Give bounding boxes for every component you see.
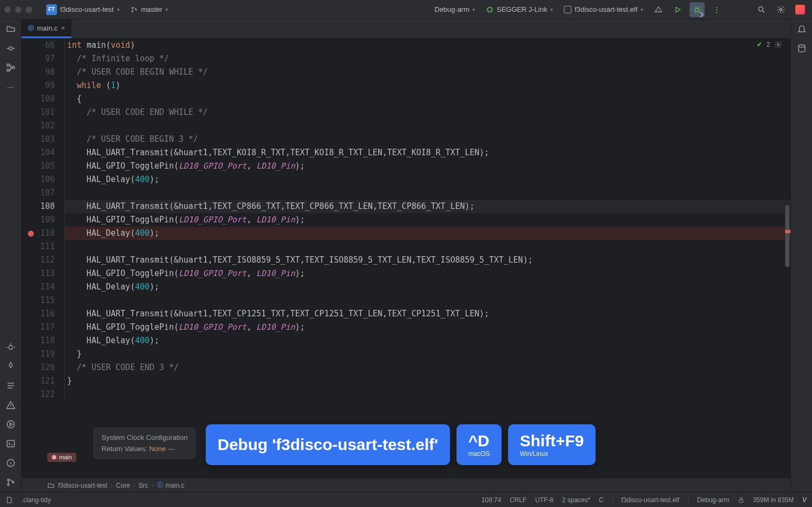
breakpoint-stripe-marker[interactable] [785, 230, 791, 233]
chevron-down-icon: ▾ [165, 7, 168, 12]
tab-main-c[interactable]: ⓒ main.c × [21, 19, 71, 38]
crumb-2[interactable]: Src [139, 482, 148, 489]
win-shortcut-box: Shift+F9 Win/Linux [508, 424, 596, 465]
svg-point-15 [8, 479, 9, 481]
crumb-1[interactable]: Core [116, 482, 130, 489]
commit-tool-icon[interactable] [5, 43, 16, 54]
svg-rect-3 [488, 8, 492, 11]
svg-point-7 [9, 47, 12, 50]
action-name: Debug 'f3disco-usart-test.elf' [218, 436, 438, 454]
svg-point-5 [759, 6, 763, 11]
status-lang[interactable]: C [599, 496, 604, 504]
problems-tool-icon[interactable] [5, 400, 16, 410]
svg-rect-9 [7, 69, 9, 71]
notifications-icon[interactable] [796, 24, 807, 34]
chevron-down-icon: ▾ [550, 7, 553, 12]
right-tool-strip [791, 19, 812, 492]
mac-label: macOS [468, 450, 490, 458]
run-tool-icon[interactable] [5, 419, 16, 430]
gutter-line-numbers[interactable]: 6697989910010110210310410510610710810911… [21, 39, 64, 401]
product-icon[interactable] [793, 2, 808, 17]
win-label: Win/Linux [520, 450, 584, 458]
status-context[interactable]: f3disco-usart-test.elf [621, 496, 679, 504]
status-clang[interactable]: .clang-tidy [21, 496, 51, 504]
chevron-down-icon: ▾ [473, 7, 475, 12]
doc-returns-label: Return Values: [102, 445, 147, 453]
chip-icon [486, 6, 494, 13]
run-target-name: f3disco-usart-test.elf [575, 5, 637, 13]
editor-tabs: ⓒ main.c × [21, 19, 791, 39]
branch-icon [130, 6, 138, 13]
project-tool-icon[interactable] [5, 24, 16, 34]
run-target-selector[interactable]: f3disco-usart-test.elf ▾ [561, 4, 647, 15]
zoom-window[interactable] [26, 6, 32, 13]
svg-point-6 [780, 9, 782, 11]
svg-point-4 [695, 8, 699, 12]
status-memory[interactable]: 359M in 835M [753, 496, 794, 504]
status-indent[interactable]: 2 spaces* [562, 496, 590, 504]
vcs-branch-selector[interactable]: master ▾ [127, 4, 172, 15]
info-tool-icon[interactable] [5, 458, 16, 468]
bookmarks-tool-icon[interactable] [5, 380, 16, 391]
debug-tool-icon[interactable] [5, 342, 16, 352]
minimize-window[interactable] [15, 6, 21, 13]
doc-title: System Clock Configuration [102, 433, 187, 441]
more-tools-icon[interactable]: ⋯ [5, 82, 16, 92]
doc-dash: — [168, 445, 175, 453]
presentation-assistant-overlay: Debug 'f3disco-usart-test.elf' ^D macOS … [206, 424, 596, 465]
build-button[interactable] [651, 2, 666, 17]
status-line-sep[interactable]: CRLF [510, 496, 526, 504]
mac-shortcut: ^D [468, 432, 490, 450]
project-selector[interactable]: FT f3disco-usart-test ▾ [43, 3, 123, 17]
svg-rect-8 [7, 64, 9, 66]
run-button[interactable] [670, 2, 685, 17]
services-tool-icon[interactable] [5, 361, 16, 372]
status-caret-pos[interactable]: 108:74 [481, 496, 501, 504]
tab-filename: main.c [37, 24, 57, 32]
database-tool-icon[interactable] [796, 43, 807, 54]
target-icon [564, 6, 571, 13]
close-tab-icon[interactable]: × [61, 24, 65, 32]
status-bar: .clang-tidy 108:74 CRLF UTF-8 2 spaces* … [0, 492, 812, 507]
more-actions-button[interactable]: ⋮ [709, 2, 724, 17]
code-content[interactable]: int main(void) /* Infinite loop */ /* US… [64, 39, 791, 401]
file-icon [5, 496, 13, 504]
terminal-tool-icon[interactable] [5, 438, 16, 449]
mac-shortcut-box: ^D macOS [456, 424, 502, 465]
search-button[interactable] [754, 2, 769, 17]
svg-point-16 [8, 484, 9, 486]
context-badge[interactable]: ⬢main [47, 453, 76, 462]
chevron-down-icon: ▾ [641, 7, 643, 12]
svg-point-0 [132, 7, 133, 8]
run-config-selector[interactable]: Debug-arm ▾ [431, 4, 479, 15]
svg-point-12 [7, 421, 15, 428]
status-v-icon[interactable]: V [802, 496, 807, 504]
close-window[interactable] [4, 6, 11, 13]
svg-point-19 [799, 45, 805, 47]
chevron-down-icon: ▾ [117, 7, 120, 12]
action-name-box: Debug 'f3disco-usart-test.elf' [206, 424, 450, 465]
debug-button[interactable] [690, 2, 705, 17]
win-shortcut: Shift+F9 [520, 432, 584, 450]
code-editor[interactable]: ✔ 2 669798991001011021031041051061071081… [21, 39, 791, 478]
vcs-tool-icon[interactable] [5, 477, 16, 488]
nav-bar-breadcrumbs[interactable]: f3disco-usart-test› Core› Src› ⓒ main.c [21, 478, 791, 492]
quick-doc-popup: System Clock Configuration Return Values… [93, 428, 195, 459]
crumb-0[interactable]: f3disco-usart-test [58, 482, 107, 489]
doc-returns-value: None [149, 445, 166, 453]
left-tool-strip: ⋯ [0, 19, 21, 492]
debugger-selector[interactable]: SEGGER J-Link ▾ [483, 4, 556, 15]
project-name: f3disco-usart-test [60, 5, 114, 13]
status-config[interactable]: Debug-arm [697, 496, 729, 504]
c-file-icon: ⓒ [157, 481, 163, 490]
status-encoding[interactable]: UTF-8 [535, 496, 553, 504]
debugger-name: SEGGER J-Link [497, 5, 547, 13]
svg-point-1 [132, 11, 133, 12]
svg-rect-20 [739, 499, 743, 502]
c-file-icon: ⓒ [28, 24, 34, 32]
vertical-scrollbar-thumb[interactable] [785, 205, 789, 267]
crumb-3[interactable]: main.c [165, 482, 184, 489]
lock-icon[interactable] [738, 497, 744, 503]
settings-button[interactable] [773, 2, 788, 17]
structure-tool-icon[interactable] [5, 62, 16, 73]
